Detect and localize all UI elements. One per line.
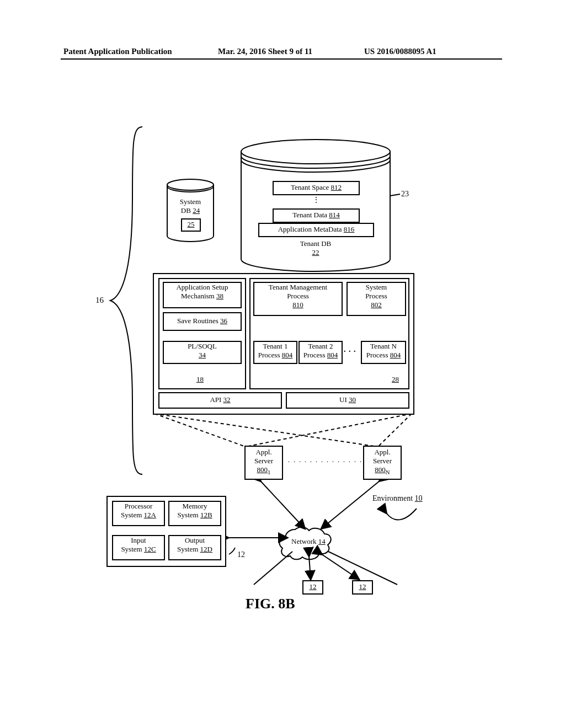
leader-12 xyxy=(229,548,235,554)
app-setup-l2: Mechanism xyxy=(181,292,215,300)
mem-ref: 12B xyxy=(200,511,212,519)
svg-point-1 xyxy=(241,140,390,164)
proc-l1: Processor xyxy=(125,502,153,510)
client-node-b: 12 xyxy=(352,580,373,595)
server1-sub: 1 xyxy=(268,469,270,475)
inp-l1: Input xyxy=(131,536,146,544)
t1-ref: 804 xyxy=(282,351,293,359)
tenant-db-label: Tenant DB 22 xyxy=(276,239,355,257)
fan-line-left2 xyxy=(246,414,412,447)
output-box: Output System 12D xyxy=(168,535,221,560)
env-ref: 10 xyxy=(415,494,423,502)
api-box: API 32 xyxy=(158,392,282,409)
t2-l2: Process xyxy=(303,351,326,359)
serverN-l2: Server xyxy=(373,457,392,465)
sp-l2: Process xyxy=(365,292,387,300)
environment-label: Environment 10 xyxy=(372,494,423,503)
sp-l1: System xyxy=(366,283,387,291)
input-box: Input System 12C xyxy=(112,535,165,560)
mem-l1: Memory xyxy=(183,502,207,510)
arrow-serverN-network xyxy=(322,481,380,528)
system-db-title: System xyxy=(180,197,201,206)
out-l1: Output xyxy=(185,536,205,544)
server-dots: · · · · · · · · · · · · · · xyxy=(288,458,363,466)
tmp-box: Tenant Management Process 810 xyxy=(253,282,343,316)
tenant2-box: Tenant 2 Process 804 xyxy=(299,341,343,364)
tenant-db-vdots: ⋮ xyxy=(312,195,321,205)
serverN-l1: Appl. xyxy=(374,448,390,456)
app-metadata-ref: 816 xyxy=(344,225,355,233)
inp-l2: System xyxy=(121,545,142,553)
tn-ref: 804 xyxy=(390,351,401,359)
fan-line-left1 xyxy=(154,414,246,447)
client-node-a-ref: 12 xyxy=(310,582,317,591)
tenant-db-ref: 22 xyxy=(312,248,319,256)
callout-12: 12 xyxy=(237,550,245,559)
save-routines-box: Save Routines 36 xyxy=(163,312,242,331)
memory-box: Memory System 12B xyxy=(168,501,221,526)
server1-l1: Appl. xyxy=(255,448,271,456)
system-db-inner-ref: 25 xyxy=(188,220,195,228)
app-setup-box: Application Setup Mechanism 38 xyxy=(163,282,242,308)
right-panel-ref: 28 xyxy=(392,375,399,384)
t1-l2: Process xyxy=(258,351,280,359)
leader-23 xyxy=(390,194,400,196)
sp-ref: 802 xyxy=(371,301,382,309)
brace-16-icon xyxy=(110,127,142,474)
app-setup-ref: 38 xyxy=(216,292,223,300)
mem-l2: System xyxy=(177,511,198,519)
plsoql-ref: 34 xyxy=(199,351,206,359)
tenant-data-box: Tenant Data 814 xyxy=(273,208,360,223)
left-panel-ref-text: 18 xyxy=(196,375,204,383)
api-label: API xyxy=(210,395,221,404)
brace-label-16: 16 xyxy=(95,296,104,305)
left-panel-ref: 18 xyxy=(196,375,204,384)
client-node-b-ref: 12 xyxy=(359,582,366,591)
network-label: Network 14 xyxy=(291,537,326,546)
tenantN-box: Tenant N Process 804 xyxy=(361,341,406,364)
processor-box: Processor System 12A xyxy=(112,501,165,526)
app-metadata-box: Application MetaData 816 xyxy=(258,223,374,237)
proc-l2: System xyxy=(121,511,142,519)
sp-box: System Process 802 xyxy=(347,282,406,316)
tenant-space-label: Tenant Space xyxy=(291,183,329,191)
out-ref: 12D xyxy=(200,545,212,553)
tenant1-box: Tenant 1 Process 804 xyxy=(253,341,297,364)
t2-ref: 804 xyxy=(327,351,338,359)
server1-ref: 800 xyxy=(257,465,268,474)
client-node-a: 12 xyxy=(302,580,323,595)
figure-label: FIG. 8B xyxy=(246,596,295,612)
save-routines-label: Save Routines xyxy=(177,317,218,325)
tenant-space-ref: 812 xyxy=(331,183,342,191)
inp-ref: 12C xyxy=(144,545,156,553)
system-db-inner-box: 25 xyxy=(181,218,201,232)
network-text: Network xyxy=(291,537,317,545)
tmp-ref: 810 xyxy=(292,301,303,309)
appl-server-1: Appl. Server 8001 xyxy=(244,446,283,480)
proc-ref: 12A xyxy=(144,511,156,519)
save-routines-ref: 36 xyxy=(220,317,227,325)
env-text: Environment xyxy=(372,494,413,502)
right-panel-ref-text: 28 xyxy=(392,375,399,383)
tn-l2: Process xyxy=(366,351,388,359)
tenant-data-ref: 814 xyxy=(329,211,340,219)
api-ref: 32 xyxy=(223,395,231,404)
cloud-ray-r2 xyxy=(328,552,397,585)
ui-label: UI xyxy=(339,395,347,404)
appl-server-n: Appl. Server 800N xyxy=(363,446,402,480)
tmp-l1: Tenant Management xyxy=(269,283,327,291)
arrow-env10 xyxy=(386,508,417,520)
ui-box: UI 30 xyxy=(286,392,409,409)
serverN-sub: N xyxy=(386,469,390,475)
serverN-ref: 800 xyxy=(375,465,386,474)
out-l2: System xyxy=(177,545,198,553)
tenant-dots: · · · xyxy=(344,347,356,356)
tn-l1: Tenant N xyxy=(370,342,397,350)
callout-23: 23 xyxy=(401,190,409,199)
plsoql-label: PL/SOQL xyxy=(188,342,217,350)
fan-line-right1 xyxy=(154,414,378,447)
arrow-client12-b xyxy=(322,554,359,579)
network-ref: 14 xyxy=(318,537,326,545)
t1-l1: Tenant 1 xyxy=(263,342,288,350)
tenant-db-title: Tenant DB xyxy=(300,239,332,248)
